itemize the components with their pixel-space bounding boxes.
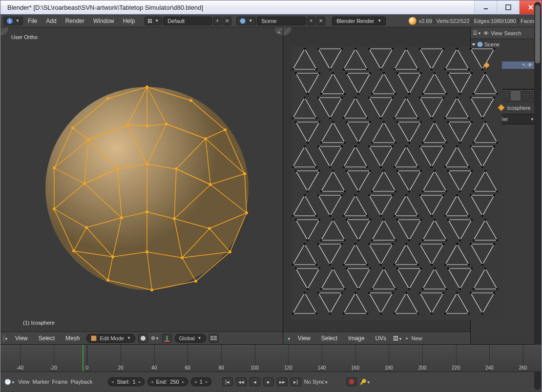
timeline-menu-frame[interactable]: Frame (52, 379, 68, 385)
manipulator-toggle[interactable] (162, 334, 172, 343)
auto-keyframe-toggle[interactable] (346, 377, 357, 386)
svg-rect-255 (366, 215, 368, 217)
uv-menu-view[interactable]: View (294, 333, 314, 343)
uv-menu-image[interactable]: Image (344, 333, 368, 343)
timeline-menu-marker[interactable]: Marker (33, 379, 49, 385)
keyframe-next-button[interactable]: ▸▸ (277, 377, 288, 386)
uv-image-add[interactable]: + (405, 335, 408, 341)
uv-menu-uvs[interactable]: UVs (371, 333, 390, 343)
outliner-menu-search[interactable]: Search (504, 30, 521, 36)
3d-viewport[interactable]: + User Ortho (1) Icosphere (0, 27, 283, 344)
scene-browse[interactable]: ▼ (236, 17, 256, 25)
svg-rect-247 (315, 215, 317, 217)
eye-icon[interactable]: 👁 (527, 62, 533, 68)
layout-remove-button[interactable]: ✕ (223, 17, 231, 25)
outliner-menu-view[interactable]: View (491, 30, 502, 36)
menu-add[interactable]: Add (42, 16, 60, 26)
layout-add-button[interactable]: + (213, 17, 222, 25)
screen-layout-field[interactable]: Default (163, 17, 212, 25)
expand-icon[interactable]: + (278, 29, 281, 35)
prop-tab-data[interactable] (521, 91, 530, 100)
orientation-dropdown[interactable]: Global▼ (175, 334, 206, 343)
3dview-menu-view[interactable]: View (11, 333, 32, 343)
record-icon (349, 379, 354, 384)
svg-rect-259 (392, 194, 394, 196)
prop-tab-object[interactable] (501, 91, 510, 100)
jump-end-button[interactable]: ▸| (291, 377, 301, 386)
timeline-tick-label: 80 (218, 365, 224, 371)
render-engine-dropdown[interactable]: Blender Render▼ (332, 17, 386, 25)
keyframe-prev-button[interactable]: ◂◂ (236, 377, 247, 386)
outliner-editor-type[interactable]: ☰▼ (473, 30, 481, 36)
clock-icon: 🕐 (4, 379, 11, 385)
svg-rect-134 (405, 97, 407, 99)
svg-rect-254 (354, 194, 356, 196)
svg-rect-320 (343, 264, 345, 266)
svg-rect-296 (408, 239, 410, 241)
svg-rect-238 (447, 170, 449, 172)
uv-image-browse[interactable]: 🖼▼ (393, 335, 402, 341)
timeline-menu-view[interactable]: View (18, 379, 30, 385)
timeline-tick-label: 120 (284, 365, 292, 371)
menu-help[interactable]: Help (119, 16, 139, 26)
scene-remove-button[interactable]: ✕ (316, 17, 325, 25)
svg-rect-86 (295, 72, 297, 74)
svg-rect-72 (394, 68, 396, 70)
3dview-editor-type[interactable]: ▼ (3, 335, 8, 341)
pivot-dropdown[interactable]: ⊕▼ (151, 335, 159, 341)
svg-rect-311 (315, 264, 317, 266)
svg-rect-70 (405, 48, 407, 50)
uv-image-editor[interactable]: ▼ View Select Image UVs 🖼▼ + New (283, 27, 471, 344)
svg-rect-399 (468, 312, 470, 314)
keying-set-dropdown[interactable]: 🔑▼ (360, 379, 371, 385)
svg-rect-74 (419, 48, 421, 50)
timeline-editor-type[interactable]: 🕐▼ (4, 379, 15, 385)
svg-rect-199 (417, 166, 419, 168)
editor-type-dropdown[interactable]: i ▼ (3, 17, 23, 25)
area-corner-handle[interactable] (283, 27, 291, 35)
svg-rect-251 (341, 194, 343, 196)
start-frame-field[interactable]: ◂Start: 1▸ (108, 377, 144, 386)
uv-header: ▼ View Select Image UVs 🖼▼ + New (283, 331, 470, 344)
layers-button[interactable] (209, 334, 219, 343)
uv-new-button[interactable]: New (411, 335, 440, 341)
scene-field[interactable]: Scene (257, 17, 306, 25)
svg-point-28 (126, 124, 129, 126)
svg-rect-62 (354, 48, 356, 50)
uv-menu-select[interactable]: Select (317, 333, 341, 343)
timeline-menu-playback[interactable]: Playback (71, 379, 93, 385)
timeline-tick-label: 220 (452, 365, 460, 371)
svg-rect-390 (405, 292, 407, 294)
menu-window[interactable]: Window (89, 16, 118, 26)
cursor-icon[interactable]: ↖ (522, 62, 526, 68)
screen-layout-browse[interactable]: ▼ (145, 17, 162, 25)
shading-dropdown[interactable] (138, 334, 148, 343)
svg-point-26 (71, 126, 74, 129)
scene-add-button[interactable]: + (307, 17, 315, 25)
play-reverse-button[interactable]: ◂ (250, 377, 260, 386)
3dview-menu-select[interactable]: Select (35, 333, 59, 343)
svg-rect-304 (459, 239, 461, 241)
svg-rect-278 (295, 219, 297, 221)
jump-start-button[interactable]: |◂ (222, 377, 233, 386)
maximize-button[interactable] (497, 0, 519, 14)
mode-dropdown[interactable]: Edit Mode▼ (86, 334, 135, 343)
uv-editor-type[interactable]: ▼ (286, 335, 291, 341)
svg-rect-316 (329, 264, 331, 266)
object-name-label[interactable]: Icosphere (507, 105, 531, 111)
timeline-ruler[interactable]: -40-200204060801001201401601802002202402… (0, 345, 542, 372)
properties-scrollbar[interactable] (534, 2, 541, 390)
minimize-button[interactable] (474, 0, 497, 14)
menu-file[interactable]: File (24, 16, 41, 26)
3dview-menu-mesh[interactable]: Mesh (62, 333, 83, 343)
timeline-cursor[interactable] (83, 345, 83, 371)
eye-icon[interactable]: 👁 (483, 30, 489, 36)
prop-tab-modifiers[interactable] (511, 91, 520, 100)
stat-edges: Edges:1080/1080 (472, 18, 518, 24)
end-frame-field[interactable]: ◂End: 250▸ (147, 377, 188, 386)
current-frame-field[interactable]: ◂1▸ (191, 377, 211, 386)
menu-render[interactable]: Render (62, 16, 88, 26)
play-button[interactable]: ▸ (263, 377, 274, 386)
sync-dropdown[interactable]: No Sync▼ (304, 379, 343, 385)
window-titlebar[interactable]: Blender* [D:\SL\roarbeast\SVN-artwork\Ta… (0, 0, 542, 15)
